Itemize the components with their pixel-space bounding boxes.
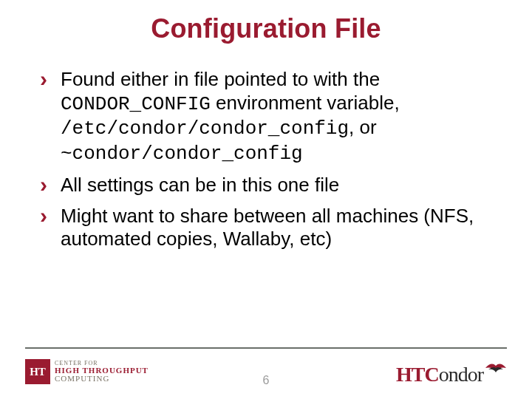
chtc-line3: COMPUTING	[55, 375, 149, 383]
slide: Configuration File Found either in file …	[0, 0, 532, 399]
code-span: CONDOR_CONFIG	[61, 93, 211, 115]
bullet-list: Found either in file pointed to with the…	[30, 68, 502, 251]
code-span: /etc/condor/condor_config	[61, 117, 349, 140]
bullet-item: All settings can be in this one file	[40, 174, 502, 197]
code-span: ~condor/condor_config	[61, 143, 303, 165]
bullet-text-mid: environment variable,	[211, 92, 400, 114]
htcondor-part1: HTC	[396, 363, 439, 386]
bullet-item: Might want to share between all machines…	[40, 205, 502, 251]
chtc-logo: HT CENTER FOR HIGH THROUGHPUT COMPUTING	[25, 359, 149, 384]
bird-icon	[485, 361, 507, 375]
bullet-text-mid: , or	[349, 116, 377, 138]
bullet-text: All settings can be in this one file	[61, 174, 339, 196]
bullet-item: Found either in file pointed to with the…	[40, 68, 502, 166]
chtc-logo-text: CENTER FOR HIGH THROUGHPUT COMPUTING	[55, 361, 149, 383]
bullet-text: Might want to share between all machines…	[61, 205, 474, 250]
footer: 6 HT CENTER FOR HIGH THROUGHPUT COMPUTIN…	[0, 347, 532, 389]
chtc-logo-box: HT	[25, 359, 50, 384]
htcondor-logo: HTCondor	[396, 363, 507, 386]
slide-title: Configuration File	[30, 13, 502, 44]
htcondor-part2: ondor	[439, 363, 483, 386]
bullet-text-pre: Found either in file pointed to with the	[61, 68, 380, 90]
footer-rule	[25, 347, 507, 349]
